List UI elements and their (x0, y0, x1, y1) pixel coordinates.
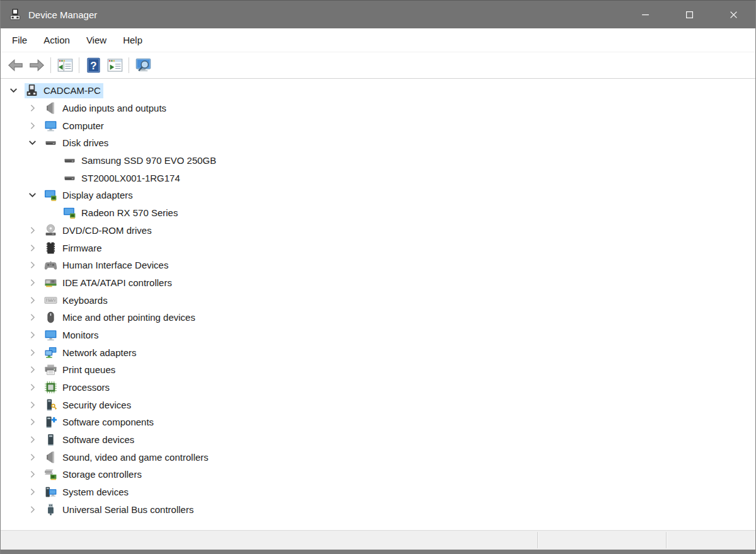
chevron-right-icon[interactable] (27, 434, 38, 445)
tree-item-content[interactable]: Security devices (43, 397, 134, 412)
scan-hardware-changes-button[interactable] (132, 55, 154, 76)
chevron-down-icon[interactable] (27, 137, 38, 148)
tree-item-label: Storage controllers (62, 469, 142, 480)
tree-item-content[interactable]: Processors (43, 380, 112, 395)
tree-item[interactable]: Display adapters (1, 187, 755, 204)
minimize-button[interactable] (623, 1, 667, 28)
tree-item[interactable]: System devices (1, 483, 755, 501)
maximize-button[interactable] (667, 1, 711, 28)
software-component-icon (43, 415, 57, 429)
tree-item[interactable]: Samsung SSD 970 EVO 250GB (1, 152, 755, 170)
chevron-right-icon[interactable] (27, 504, 38, 515)
tree-item-content[interactable]: Universal Serial Bus controllers (43, 502, 196, 517)
menu-view[interactable]: View (78, 31, 115, 49)
tree-item-content[interactable]: Sound, video and game controllers (43, 449, 211, 465)
chevron-right-icon[interactable] (27, 364, 38, 375)
properties-button[interactable] (104, 55, 125, 76)
tree-item-content-selected[interactable]: CADCAM-PC (25, 83, 103, 98)
chevron-right-icon[interactable] (27, 225, 38, 236)
tree-item[interactable]: Human Interface Devices (1, 257, 755, 274)
tree-item[interactable]: Universal Serial Bus controllers (1, 501, 755, 519)
tree-item[interactable]: DVD/CD-ROM drives (1, 222, 755, 239)
chevron-down-icon[interactable] (8, 85, 20, 96)
tree-item-label: Software components (62, 417, 154, 427)
tree-item[interactable]: CADCAM-PC (1, 82, 755, 100)
tree-item-content[interactable]: Mice and other pointing devices (43, 310, 198, 325)
tree-item[interactable]: Audio inputs and outputs (1, 100, 755, 117)
tree-item[interactable]: Computer (1, 117, 755, 134)
arrow-right-icon (28, 57, 45, 74)
tree-item-content[interactable]: Keyboards (43, 292, 110, 308)
chevron-right-icon[interactable] (27, 277, 38, 288)
chevron-right-icon[interactable] (27, 452, 38, 463)
chevron-right-icon[interactable] (27, 417, 38, 427)
tree-item-content[interactable]: Firmware (43, 240, 105, 255)
tree-item[interactable]: Disk drives (1, 134, 755, 152)
chevron-right-icon[interactable] (27, 260, 38, 270)
chevron-right-icon[interactable] (27, 347, 38, 358)
chevron-right-icon[interactable] (27, 295, 38, 306)
tree-item-label: IDE ATA/ATAPI controllers (62, 277, 172, 288)
help-button[interactable]: ? (83, 55, 104, 76)
tree-item-content[interactable]: Audio inputs and outputs (43, 101, 169, 116)
tree-item-content[interactable]: Print queues (43, 362, 118, 378)
tree-item-content[interactable]: DVD/CD-ROM drives (43, 222, 154, 238)
tree-item-content[interactable]: Display adapters (43, 188, 135, 203)
tree-item[interactable]: Processors (1, 379, 755, 396)
tree-item-content[interactable]: Computer (43, 118, 106, 133)
tree-item[interactable]: ST2000LX001-1RG174 (1, 169, 755, 187)
tree-item-content[interactable]: Software components (43, 415, 156, 430)
scan-hardware-icon (135, 57, 152, 74)
chevron-right-icon[interactable] (27, 312, 38, 323)
tree-item-content[interactable]: Radeon RX 570 Series (62, 205, 180, 221)
status-section (1, 531, 537, 550)
device-manager-window: Device Manager File Action View Help ? C… (0, 0, 756, 554)
tree-item[interactable]: Mice and other pointing devices (1, 309, 755, 326)
chevron-right-icon[interactable] (27, 382, 38, 393)
tree-item-content[interactable]: Software devices (43, 432, 137, 447)
tree-item-content[interactable]: Storage controllers (43, 467, 144, 482)
tree-item[interactable]: Network adapters (1, 343, 755, 361)
tree-item-label: Universal Serial Bus controllers (62, 504, 193, 515)
tree-item[interactable]: IDE ATA/ATAPI controllers (1, 274, 755, 292)
close-button[interactable] (711, 1, 755, 28)
tree-item-content[interactable]: Disk drives (43, 136, 111, 151)
chevron-right-icon[interactable] (27, 243, 38, 253)
tree-item[interactable]: Keyboards (1, 291, 755, 309)
device-tree[interactable]: CADCAM-PCAudio inputs and outputsCompute… (1, 79, 755, 530)
chevron-down-icon[interactable] (27, 190, 38, 200)
display-adapter-icon (43, 188, 57, 202)
tree-item-content[interactable]: Network adapters (43, 345, 139, 360)
menu-help[interactable]: Help (115, 31, 151, 49)
chevron-right-icon[interactable] (27, 400, 38, 410)
tree-item[interactable]: Software components (1, 413, 755, 431)
forward-button[interactable] (26, 55, 47, 76)
menu-file[interactable]: File (4, 31, 35, 49)
tree-item[interactable]: Firmware (1, 239, 755, 257)
tree-item-content[interactable]: Human Interface Devices (43, 258, 171, 273)
tree-item[interactable]: Radeon RX 570 Series (1, 204, 755, 222)
tree-item-content[interactable]: Monitors (43, 327, 101, 342)
tree-item-label: DVD/CD-ROM drives (62, 225, 152, 236)
back-button[interactable] (4, 55, 26, 76)
tree-item[interactable]: Software devices (1, 431, 755, 449)
tree-item-label: Print queues (62, 364, 115, 375)
chevron-right-icon[interactable] (27, 103, 38, 113)
chevron-right-icon[interactable] (27, 487, 38, 497)
tree-item[interactable]: Sound, video and game controllers (1, 448, 755, 466)
tree-item-content[interactable]: ST2000LX001-1RG174 (62, 170, 183, 185)
system-device-icon (43, 485, 57, 499)
tree-item[interactable]: Print queues (1, 361, 755, 379)
tree-item-content[interactable]: IDE ATA/ATAPI controllers (43, 275, 175, 290)
chevron-right-icon[interactable] (27, 469, 38, 480)
tree-item[interactable]: Security devices (1, 396, 755, 413)
status-section (667, 531, 755, 550)
tree-item-content[interactable]: System devices (43, 485, 131, 500)
tree-item[interactable]: Storage controllers (1, 466, 755, 483)
menu-action[interactable]: Action (35, 31, 78, 49)
tree-item-content[interactable]: Samsung SSD 970 EVO 250GB (62, 153, 219, 168)
chevron-right-icon[interactable] (27, 330, 38, 340)
show-console-tree-button[interactable] (54, 55, 76, 76)
chevron-right-icon[interactable] (27, 120, 38, 131)
tree-item[interactable]: Monitors (1, 326, 755, 344)
